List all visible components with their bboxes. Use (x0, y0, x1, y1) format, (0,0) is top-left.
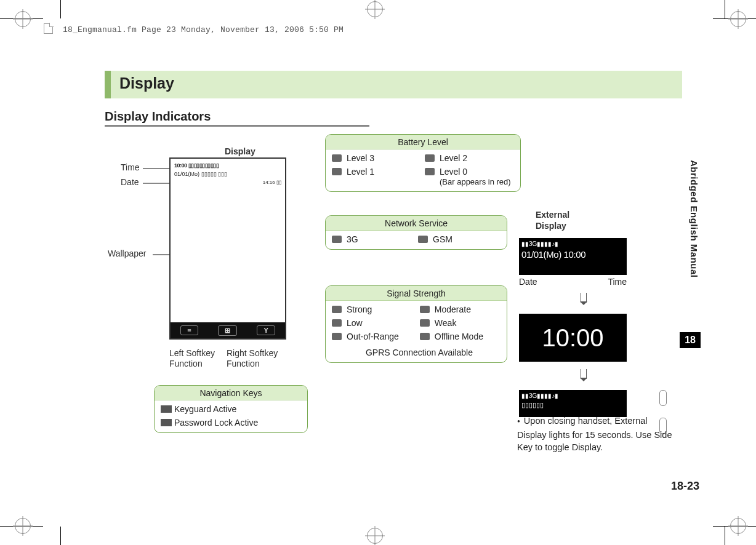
battery-level3-label: Level 3 (347, 153, 421, 163)
status-icons-row: ▯▯▯▯▯▯▯▯▯▯▯ (188, 161, 219, 170)
password-lock-label: Password Lock Active (174, 418, 301, 428)
status-icons-row: ▯▯▯▯▯ ▯▯▯ (201, 170, 228, 178)
side-key-icon (659, 390, 667, 406)
date-label: Date (121, 177, 139, 187)
left-softkey-icon: ≡ (180, 325, 198, 335)
battery-level-box: Battery Level Level 3 Level 2 Level 1 Le… (325, 134, 521, 192)
status-mini-time: 14:16 (263, 180, 275, 185)
signal-weak-label: Weak (435, 318, 501, 328)
network-service-title: Network Service (326, 216, 507, 231)
external-display-top: ▮▮3G▮▮▮▮♪▮ 01/01(Mo) 10:00 (519, 238, 627, 275)
status-date: 01/01(Mo) (174, 171, 199, 177)
ext-icons-row: ▮▮3G▮▮▮▮♪▮ (521, 392, 624, 399)
down-arrow-icon (580, 293, 587, 309)
navigation-keys-box: Navigation Keys Keyguard Active Password… (154, 385, 308, 433)
right-softkey-icon: Y (257, 325, 275, 335)
signal-weak-icon (420, 319, 430, 327)
crop-mark (60, 0, 61, 18)
battery-2-icon (425, 154, 435, 162)
softkey-bar: ≡ ⊞ Y (171, 322, 285, 338)
ext-date-time: 01/01(Mo) 10:00 (521, 249, 624, 260)
document-icon (44, 23, 53, 34)
navigation-keys-title: Navigation Keys (155, 386, 307, 400)
battery-3-icon (332, 154, 342, 162)
subsection-title: Display Indicators (105, 109, 682, 124)
battery-1-icon (332, 168, 342, 175)
status-time: 10:00 (174, 162, 187, 169)
center-softkey-icon: ⊞ (218, 325, 237, 336)
ext-icons-row-2: ▯▯▯▯▯▯ (521, 401, 624, 409)
registration-mark-icon (15, 11, 31, 27)
callout-line (153, 254, 170, 255)
crop-mark (725, 0, 725, 18)
signal-offline-icon (420, 333, 430, 340)
main-display-mock: 10:00 ▯▯▯▯▯▯▯▯▯▯▯ 01/01(Mo) ▯▯▯▯▯ ▯▯▯ 14… (169, 157, 286, 340)
registration-mark-icon (367, 528, 383, 544)
battery-0-icon (425, 168, 435, 175)
side-tab-manual-title: Abridged English Manual (689, 160, 699, 278)
callout-line (143, 168, 170, 169)
network-service-box: Network Service 3G GSM (325, 215, 507, 250)
registration-mark-icon (367, 1, 383, 17)
signal-out-of-range-icon (332, 333, 342, 340)
battery-level0-note: (Bar appears in red) (440, 177, 511, 186)
keyguard-label: Keyguard Active (174, 404, 301, 414)
external-display-big-time: 10:00 (519, 314, 627, 362)
time-label: Time (121, 162, 140, 172)
crop-mark (725, 527, 725, 545)
framemaker-header: 18_Engmanual.fm Page 23 Monday, November… (44, 23, 344, 34)
signal-strong-icon (332, 306, 342, 313)
ext-time-label: Time (608, 277, 627, 287)
battery-level1-label: Level 1 (347, 167, 421, 177)
callout-line (143, 183, 170, 184)
3g-label: 3G (347, 234, 414, 244)
signal-strength-title: Signal Strength (326, 286, 507, 301)
gsm-icon (418, 236, 428, 243)
right-softkey-label: Right Softkey Function (227, 348, 278, 369)
ext-icons-row: ▮▮3G▮▮▮▮♪▮ (521, 241, 624, 247)
registration-mark-icon (730, 518, 746, 534)
down-arrow-icon (580, 369, 587, 385)
gsm-label: GSM (433, 234, 501, 244)
signal-moderate-icon (420, 306, 430, 313)
section-title: Display (111, 71, 682, 98)
crop-mark (60, 527, 61, 545)
wallpaper-label: Wallpaper (108, 249, 147, 258)
registration-mark-icon (730, 11, 746, 27)
external-display-bottom: ▮▮3G▮▮▮▮♪▮ ▯▯▯▯▯▯ (519, 390, 627, 417)
section-title-bar: Display (105, 71, 682, 98)
main-display-label: Display (225, 146, 255, 156)
gprs-label: GPRS Connection Available (366, 348, 473, 357)
signal-out-of-range-label: Out-of-Range (347, 332, 416, 341)
signal-strength-box: Signal Strength Strong Moderate Low Weak… (325, 285, 507, 363)
subsection-rule (105, 125, 369, 127)
signal-strong-label: Strong (347, 304, 416, 314)
signal-moderate-label: Moderate (435, 304, 501, 314)
registration-mark-icon (15, 518, 31, 534)
battery-level0-label: Level 0 (440, 167, 467, 177)
3g-icon (332, 236, 342, 243)
keyguard-icon (161, 405, 172, 413)
status-icons-row: ▯▯ (276, 180, 281, 185)
signal-low-icon (332, 319, 342, 327)
page-number: 18-23 (671, 480, 699, 493)
external-display-note: Upon closing handset, External Display l… (517, 415, 677, 453)
password-lock-icon (161, 419, 172, 426)
title-accent (105, 71, 111, 98)
side-tab-chapter: 18 (680, 332, 701, 348)
signal-offline-label: Offline Mode (435, 332, 501, 341)
signal-low-label: Low (347, 318, 416, 328)
framemaker-header-text: 18_Engmanual.fm Page 23 Monday, November… (63, 25, 344, 34)
battery-level-title: Battery Level (326, 135, 520, 149)
battery-level2-label: Level 2 (440, 153, 514, 163)
left-softkey-label: Left Softkey Function (169, 348, 215, 369)
ext-date-label: Date (519, 277, 537, 287)
